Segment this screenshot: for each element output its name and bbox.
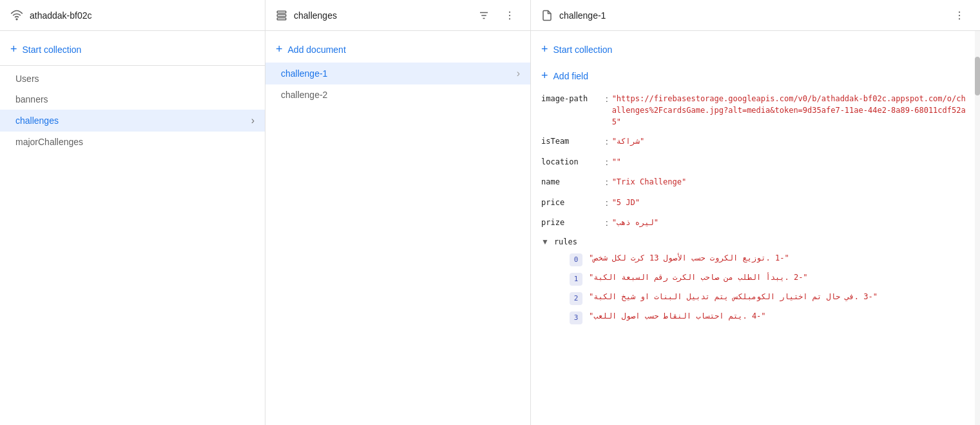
svg-point-8 [509,14,510,15]
plus-icon-right-1: + [541,43,548,56]
middle-panel-header: challenges [265,0,530,31]
field-value: "" [612,156,621,168]
divider [0,65,265,66]
field-colon: : [606,217,608,230]
array-index-badge: 2 [570,292,582,305]
field-row: prize:"ليره ذهب" [531,213,980,233]
rules-toggle-icon: ▼ [541,237,549,246]
rules-item: 0"-1 .توزيع الكروت حسب الأصول 13 كرت لكل… [531,250,980,270]
field-row: isTeam:"شراكة" [531,132,980,152]
field-colon: : [606,156,608,169]
field-section: + Start collection + Add field image-pat… [531,31,980,333]
middle-panel-body: + Add document challenge-1›challenge-2 [265,31,530,425]
array-index-badge: 3 [570,311,582,324]
left-panel-header: athaddak-bf02c [0,0,265,31]
svg-point-9 [509,18,510,19]
sidebar-item-label: challenges [15,115,59,126]
right-panel-inner: + Start collection + Add field image-pat… [531,31,980,425]
field-key: image-path [541,93,606,104]
add-field-label: Add field [553,71,588,81]
field-value: "ليره ذهب" [612,217,658,228]
field-list: image-path:"https://firebasestorage.goog… [531,89,980,233]
more-options-button-right[interactable] [949,5,970,26]
field-value: "شراكة" [612,135,645,147]
middle-panel: challenges [265,0,531,425]
field-colon: : [606,197,608,210]
start-collection-button[interactable]: + Start collection [0,36,265,63]
chevron-right-icon: › [251,115,255,126]
middle-panel-actions [474,5,520,26]
scrollbar-thumb[interactable] [975,57,980,95]
field-key: location [541,156,606,168]
middle-panel-title: challenges [294,10,474,21]
svg-point-0 [16,19,17,20]
plus-icon: + [10,43,17,56]
filter-button[interactable] [474,5,494,26]
field-row: name:"Trix Challenge" [531,172,980,193]
sidebar-item-challenges[interactable]: challenges› [0,110,265,132]
svg-rect-1 [277,11,286,13]
array-index-badge: 1 [570,273,582,286]
sidebar-item-label: Users [15,74,39,84]
field-colon: : [606,93,608,106]
field-colon: : [606,135,608,148]
rules-item: 3"-4 .يتم احتساب النقاط حسب اصول اللعب" [531,308,980,328]
array-item-value: "-1 .توزيع الكروت حسب الأصول 13 كرت لكل … [589,253,789,262]
array-item-value: "-4 .يتم احتساب النقاط حسب اصول اللعب" [589,311,766,321]
right-panel-title: challenge-1 [559,10,949,21]
field-key: prize [541,217,606,228]
collection-icon [276,10,287,21]
field-value: "5 JD" [612,197,640,208]
left-panel-body: + Start collection Usersbannerschallenge… [0,31,265,425]
start-collection-button-right[interactable]: + Start collection [531,36,980,63]
sidebar-item-label: banners [15,94,48,104]
field-key: price [541,197,606,208]
start-collection-label-right: Start collection [553,44,613,55]
svg-point-7 [509,11,510,12]
rules-item: 1"-2 .يبدأ الطلب من صاحب الكرت رقم السبع… [531,270,980,289]
rules-item: 2"-3 .في حال تم اختيار الكومبلكس يتم تدب… [531,289,980,308]
more-options-button-middle[interactable] [499,5,520,26]
field-key: isTeam [541,135,606,147]
document-item-challenge-2[interactable]: challenge-2 [265,84,530,105]
left-panel: athaddak-bf02c + Start collection Usersb… [0,0,265,425]
svg-point-10 [959,11,960,12]
svg-point-11 [959,14,960,15]
plus-icon-right-2: + [541,69,548,83]
wifi-icon [10,9,23,22]
right-panel: challenge-1 + Start collection + [531,0,980,425]
field-row: location:"" [531,152,980,173]
add-document-button[interactable]: + Add document [265,36,530,63]
sidebar-item-banners[interactable]: banners [0,89,265,110]
field-value: "Trix Challenge" [612,176,687,188]
right-panel-actions [949,5,970,26]
document-label: challenge-1 [281,68,327,79]
field-value: "https://firebasestorage.googleapis.com/… [612,93,970,128]
sidebar-item-majorChallenges[interactable]: majorChallenges [0,132,265,152]
rules-header[interactable]: ▼rules [531,233,980,250]
array-item-value: "-2 .يبدأ الطلب من صاحب الكرت رقم السبعة… [589,273,808,282]
rules-section: ▼rules0"-1 .توزيع الكروت حسب الأصول 13 ك… [531,233,980,328]
array-index-badge: 0 [570,253,582,266]
chevron-right-icon: › [517,68,520,79]
svg-point-12 [959,18,960,19]
sidebar-item-label: majorChallenges [15,137,83,147]
start-collection-label: Start collection [23,44,82,55]
field-row: image-path:"https://firebasestorage.goog… [531,89,980,132]
svg-rect-3 [277,17,286,19]
plus-icon-middle: + [276,43,283,56]
left-panel-title: athaddak-bf02c [30,10,255,21]
document-icon-right [541,10,553,21]
field-colon: : [606,176,608,189]
add-field-button[interactable]: + Add field [531,63,980,89]
document-list: challenge-1›challenge-2 [265,63,530,105]
app-container: athaddak-bf02c + Start collection Usersb… [0,0,980,425]
rules-key: rules [554,237,577,246]
scrollbar-track [975,31,980,425]
svg-rect-2 [277,14,286,16]
field-key: name [541,176,606,188]
sidebar-item-users[interactable]: Users [0,68,265,89]
document-item-challenge-1[interactable]: challenge-1› [265,63,530,84]
field-row: price:"5 JD" [531,193,980,213]
document-label: challenge-2 [281,90,327,100]
